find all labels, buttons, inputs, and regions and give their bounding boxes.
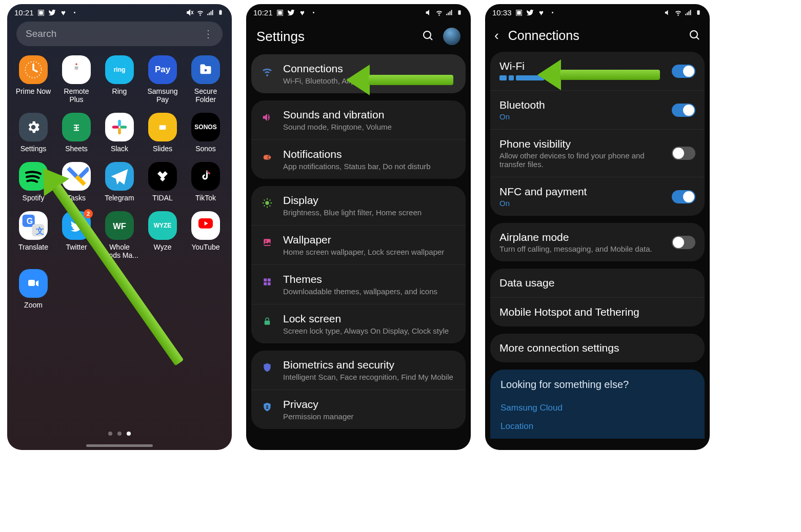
wifi-icon [196,8,204,16]
settings-row-privacy[interactable]: PrivacyPermission manager [251,390,466,429]
app-icon [191,211,220,240]
row-title: Notifications [283,148,456,160]
svg-rect-15 [159,125,166,130]
app-secure-folder[interactable]: Secure Folder [185,55,227,104]
app-sonos[interactable]: SONOSSonos [185,113,227,153]
settings-row-themes[interactable]: ThemesDownloadable themes, wallpapers, a… [251,264,466,304]
settings-row-lock-screen[interactable]: Lock screenScreen lock type, Always On D… [251,304,466,343]
app-label: Sonos [195,145,216,153]
toggle-switch[interactable] [672,65,695,78]
app-wyze[interactable]: WYZEWyze [142,211,184,259]
settings-row-biometrics-and-security[interactable]: Biometrics and securityIntelligent Scan,… [251,351,466,390]
connection-row-nfc-and-payment[interactable]: NFC and paymentOn [490,177,705,216]
page-dot[interactable] [117,432,122,436]
shield-icon [261,361,274,374]
app-label: Zoom [24,301,43,309]
app-spotify[interactable]: Spotify [12,162,54,202]
svg-point-5 [75,64,77,65]
search-icon[interactable] [422,29,434,44]
app-youtube[interactable]: YouTube [185,211,227,259]
connection-row-phone-visibility[interactable]: Phone visibilityAllow other devices to f… [490,129,705,177]
app-tiktok[interactable]: TikTok [185,162,227,202]
home-indicator[interactable] [86,444,153,447]
status-time: 10:33 [492,8,512,17]
app-icon: WF [105,211,134,240]
search-icon[interactable] [688,29,700,43]
app-icon [19,113,48,141]
back-icon[interactable]: ‹ [494,28,499,44]
help-link-location[interactable]: Location [500,417,694,436]
status-bar: 10:21 ▣ ♥ • [246,4,471,19]
app-slack[interactable]: Slack [98,113,141,153]
search-field[interactable]: Search ⋮ [16,22,223,46]
row-title: Sounds and vibration [283,109,456,121]
app-tasks[interactable]: Tasks [55,162,97,202]
help-card: Looking for something else? Samsung Clou… [490,370,705,439]
app-prime-now[interactable]: Prime Now [12,55,54,104]
svg-text:G: G [27,217,33,226]
battery-icon [216,8,225,16]
toggle-switch[interactable] [672,147,695,160]
row-subtitle: Sound mode, Ringtone, Volume [283,122,456,131]
settings-row-wallpaper[interactable]: WallpaperHome screen wallpaper, Lock scr… [251,225,466,264]
connections-body: Wi-FiBluetoothOnPhone visibilityAllow ot… [485,52,710,362]
app-icon [19,162,48,191]
app-label: Twitter [66,243,87,251]
settings-row-sounds-and-vibration[interactable]: Sounds and vibrationSound mode, Ringtone… [251,100,466,139]
app-icon [19,269,48,298]
app-slides[interactable]: Slides [142,113,184,153]
row-title: Biometrics and security [283,359,456,371]
settings-row-connections[interactable]: ConnectionsWi-Fi, Bluetooth, Airplane mo… [251,54,466,93]
settings-row-display[interactable]: DisplayBrightness, Blue light filter, Ho… [251,186,466,225]
avatar[interactable] [443,28,460,45]
app-zoom[interactable]: Zoom [12,269,54,309]
row-title: Bluetooth [499,99,665,111]
connection-row-wi-fi[interactable]: Wi-Fi [490,52,705,90]
app-icon: Pay [148,55,177,84]
connection-row-more-connection-settings[interactable]: More connection settings [490,334,705,362]
app-icon [105,113,134,141]
svg-point-8 [205,69,207,72]
app-sheets[interactable]: Sheets [55,113,97,153]
help-link-samsung-cloud[interactable]: Samsung Cloud [500,399,694,417]
row-subtitle: Wi-Fi, Bluetooth, Airplane mode, Data us… [283,76,456,85]
twitter-icon [287,8,295,16]
app-telegram[interactable]: Telegram [98,162,141,202]
settings-card: Biometrics and securityIntelligent Scan,… [251,351,466,429]
svg-rect-35 [264,278,267,281]
image-icon: ▣ [37,8,45,16]
toggle-switch[interactable] [672,236,695,249]
app-whole-foods-ma-[interactable]: WFWhole Foods Ma... [98,211,141,259]
connection-row-mobile-hotspot-and-tethering[interactable]: Mobile Hotspot and Tethering [490,297,705,326]
page-dot[interactable] [108,432,112,436]
battery-icon [694,8,703,16]
app-translate[interactable]: G文Translate [12,211,54,259]
toggle-switch[interactable] [672,190,695,203]
app-tidal[interactable]: TIDAL [142,162,184,202]
connections-card: More connection settings [490,334,705,362]
app-ring[interactable]: ringRing [98,55,141,104]
row-title: NFC and payment [499,186,665,198]
connection-row-airplane-mode[interactable]: Airplane modeTurn off calling, messaging… [490,223,705,261]
app-remote-plus[interactable]: Remote Plus [55,55,97,104]
svg-point-42 [690,31,697,38]
settings-header: Settings [246,19,471,54]
page-dot-active[interactable] [127,432,131,436]
connection-row-data-usage[interactable]: Data usage [490,269,705,297]
app-icon [19,55,48,84]
app-settings[interactable]: Settings [12,113,54,153]
app-twitter[interactable]: 2Twitter [55,211,97,259]
app-samsung-pay[interactable]: PaySamsung Pay [142,55,184,104]
row-subtitle: On [499,199,665,208]
row-subtitle [499,73,665,82]
settings-row-notifications[interactable]: NotificationsApp notifications, Status b… [251,139,466,179]
app-label: TikTok [195,194,216,202]
mute-icon [664,8,672,16]
wifi-icon [674,8,682,16]
svg-text:文: 文 [35,227,44,235]
svg-point-28 [424,31,431,38]
app-label: Wyze [154,243,172,251]
kebab-icon[interactable]: ⋮ [203,31,213,37]
connection-row-bluetooth[interactable]: BluetoothOn [490,90,705,129]
toggle-switch[interactable] [672,104,695,117]
